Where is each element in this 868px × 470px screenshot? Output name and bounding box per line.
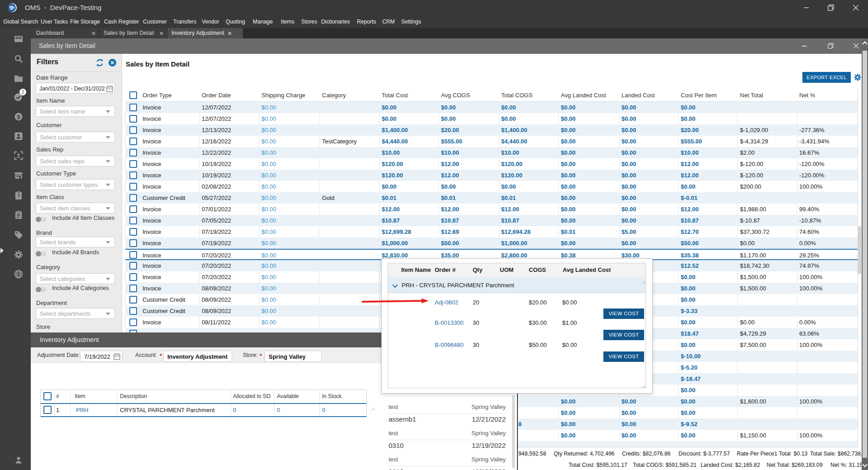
svg-text:$: $: [17, 114, 20, 120]
svg-text:?: ?: [17, 194, 20, 199]
